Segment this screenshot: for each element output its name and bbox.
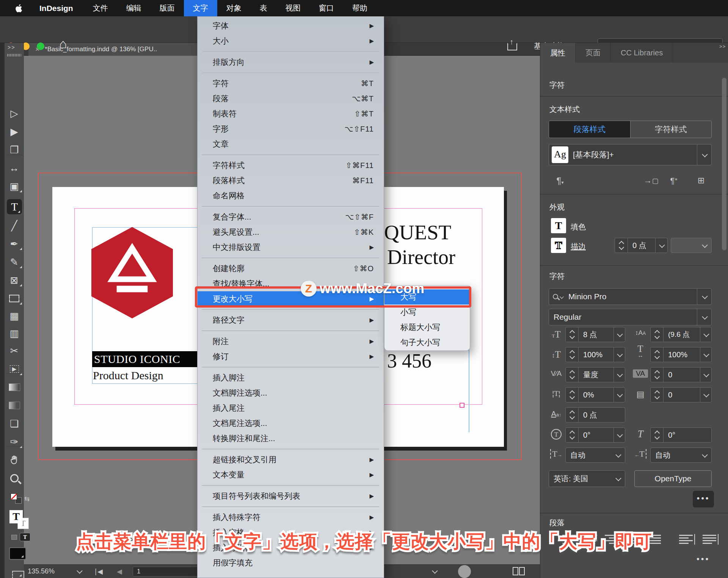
preview-swatch[interactable] — [9, 547, 26, 560]
stroke-weight-stepper[interactable]: 0 点 — [615, 238, 668, 253]
create-style-icon[interactable]: ⊞ — [693, 176, 709, 185]
menu-item-25[interactable]: 附注▶ — [198, 334, 384, 349]
clear-overrides-icon[interactable]: ¶⁎ — [665, 176, 682, 186]
case-submenu-item-2[interactable]: 标题大小写 — [384, 320, 470, 335]
type-tool[interactable]: T — [7, 199, 22, 214]
stepper-arrows[interactable] — [651, 368, 664, 382]
chevron-down-icon[interactable] — [613, 347, 625, 362]
apple-icon[interactable] — [14, 3, 24, 13]
page-tool[interactable]: ❐ — [5, 142, 24, 157]
proportional-spacing-stepper[interactable]: 0% — [565, 387, 625, 402]
content-collector-tool[interactable]: ▣ — [5, 179, 24, 194]
paragraph-style-select[interactable]: Ag [基本段落]+ — [549, 144, 712, 165]
align-center-icon[interactable] — [584, 533, 597, 545]
chevron-down-icon[interactable] — [697, 448, 711, 462]
align-away-spine-icon[interactable] — [703, 533, 716, 545]
chevron-down-icon[interactable] — [613, 388, 625, 402]
pencil-tool[interactable]: ✎ — [5, 254, 24, 270]
menu-item-7[interactable]: 制表符⇧⌘T — [198, 106, 384, 121]
menu-item-20[interactable]: 查找/替换字体... — [198, 276, 384, 291]
menubar-item-2[interactable]: 版面 — [151, 0, 184, 16]
kerning-stepper[interactable]: 量度 — [565, 367, 625, 382]
subtitle-text[interactable]: Product Design — [93, 369, 163, 382]
menu-item-6[interactable]: 段落⌥⌘T — [198, 91, 384, 106]
align-toward-spine-icon[interactable] — [679, 533, 693, 545]
gap-tool[interactable]: ↔ — [5, 160, 24, 176]
stepper-arrows[interactable] — [615, 238, 628, 253]
chevron-down-icon[interactable] — [700, 347, 711, 362]
spread-view-icon[interactable] — [513, 567, 525, 575]
container-toggle[interactable] — [11, 535, 17, 540]
chevron-down-icon[interactable] — [697, 238, 711, 253]
selection-tool[interactable]: ▷ — [5, 106, 24, 121]
menu-item-13[interactable]: 命名网格 — [198, 188, 384, 203]
chevron-down-icon[interactable] — [697, 289, 711, 305]
font-family-select[interactable]: Minion Pro — [549, 288, 712, 305]
menu-item-21[interactable]: 更改大小写▶ — [198, 291, 384, 306]
frame-handle[interactable] — [460, 403, 464, 408]
panel-tab-1[interactable]: 页面 — [576, 43, 611, 63]
menu-item-34[interactable]: 超链接和交叉引用▶ — [198, 452, 384, 467]
stepper-arrows[interactable] — [566, 327, 579, 342]
prev-page-button[interactable]: ◀ — [117, 567, 122, 576]
gradient-swatch-tool[interactable] — [5, 380, 24, 395]
menubar-item-5[interactable]: 表 — [251, 0, 276, 16]
language-select[interactable]: 英语: 美国 — [549, 470, 625, 487]
stepper-arrows[interactable] — [651, 327, 664, 342]
panel-tab-0[interactable]: 属性 — [540, 43, 576, 63]
more-options-button[interactable]: ••• — [693, 491, 714, 507]
gradient-feather-tool[interactable] — [5, 398, 24, 413]
menu-item-5[interactable]: 字符⌘T — [198, 76, 384, 91]
frame-tool[interactable]: ⊠ — [5, 273, 24, 288]
chevron-down-icon[interactable] — [613, 327, 625, 342]
doc-text-line2[interactable]: Director — [387, 245, 455, 269]
chevron-down-icon[interactable] — [610, 448, 625, 462]
baseline-shift-stepper[interactable]: 0 点 — [565, 407, 625, 423]
chevron-down-icon[interactable] — [77, 568, 83, 574]
chevron-down-icon[interactable] — [613, 428, 625, 442]
text-toggle[interactable]: T — [20, 533, 30, 541]
menu-item-40[interactable]: 插入空格▶ — [198, 525, 384, 540]
stroke-label[interactable]: 描边 — [571, 242, 586, 252]
menu-item-28[interactable]: 插入脚注 — [198, 370, 384, 385]
stepper-arrows[interactable] — [651, 388, 664, 402]
menu-item-17[interactable]: 中文排版设置▶ — [198, 240, 384, 255]
menu-item-15[interactable]: 复合字体...⌥⇧⌘F — [198, 209, 384, 225]
fill-swatch-mini[interactable] — [11, 493, 17, 500]
stepper-arrows[interactable] — [566, 388, 579, 402]
eyedropper-tool[interactable]: ✑ — [5, 434, 24, 449]
free-transform-tool[interactable]: ▶ — [5, 361, 24, 377]
tracking-stepper[interactable]: 0 — [650, 367, 712, 382]
screen-mode-icon[interactable] — [12, 571, 24, 578]
vertical-scale-stepper[interactable]: 100% — [565, 347, 625, 362]
pen-tool[interactable]: ✒ — [5, 236, 24, 251]
chevron-down-icon[interactable] — [432, 568, 438, 574]
panel-tab-2[interactable]: CC Libraries — [611, 43, 673, 63]
menu-item-39[interactable]: 插入特殊字符▶ — [198, 510, 384, 525]
vertical-grid-tool[interactable]: ▥ — [5, 326, 24, 341]
justify-all-icon[interactable] — [647, 533, 661, 545]
horizontal-grid-tool[interactable]: ▦ — [5, 308, 24, 324]
case-submenu-item-1[interactable]: 小写 — [384, 305, 470, 320]
menu-item-30[interactable]: 插入尾注 — [198, 401, 384, 416]
menu-item-11[interactable]: 字符样式⇧⌘F11 — [198, 158, 384, 173]
zoom-window-button[interactable] — [37, 42, 44, 50]
chevron-down-icon[interactable] — [700, 368, 711, 382]
leading-stepper[interactable]: (9.6 点 — [650, 327, 712, 342]
first-page-button[interactable]: ∣◀ — [94, 567, 103, 576]
menu-item-29[interactable]: 文档脚注选项... — [198, 385, 384, 401]
tsume-before-select[interactable]: 自动 — [565, 448, 625, 463]
menubar-item-8[interactable]: 帮助 — [343, 0, 377, 16]
menu-item-35[interactable]: 文本变量▶ — [198, 467, 384, 482]
formatting-affects-text-swatch[interactable]: T — [9, 510, 23, 523]
hexagon-logo[interactable] — [91, 227, 173, 319]
menu-item-0[interactable]: 字体▶ — [198, 18, 384, 33]
direct-selection-tool[interactable]: ▶ — [5, 124, 24, 139]
tools-grip-handle[interactable] — [7, 54, 21, 57]
opentype-button[interactable]: OpenType — [634, 470, 712, 487]
scrollbar-thumb[interactable] — [458, 565, 471, 578]
case-submenu-item-3[interactable]: 句子大小写 — [384, 335, 470, 350]
menubar-item-7[interactable]: 窗口 — [310, 0, 343, 16]
chevron-down-icon[interactable] — [610, 471, 625, 487]
swap-fill-stroke-icon[interactable]: ⇆ — [24, 495, 30, 503]
